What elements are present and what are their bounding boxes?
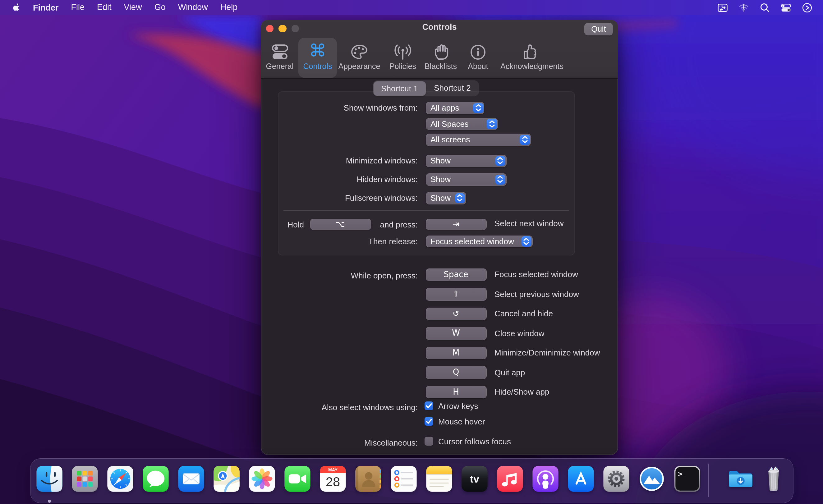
popup-then-release[interactable]: Focus selected window bbox=[426, 235, 532, 247]
dock-launchpad-icon[interactable] bbox=[71, 465, 98, 492]
keycap-press-key[interactable]: ⇥ bbox=[426, 218, 486, 230]
tab-shortcut-1[interactable]: Shortcut 1 bbox=[373, 81, 426, 96]
popup-minimized[interactable]: Show bbox=[426, 155, 506, 167]
action-cancel-hide: Cancel and hide bbox=[494, 309, 553, 318]
menu-item-file[interactable]: File bbox=[65, 0, 91, 15]
action-quit-app: Quit app bbox=[494, 368, 525, 377]
toolbar-tab-controls[interactable]: ⌘ Controls bbox=[298, 38, 337, 78]
label-minimized-windows: Minimized windows: bbox=[346, 155, 418, 167]
popup-screens[interactable]: All screens bbox=[426, 134, 531, 146]
popup-stepper-icon bbox=[473, 103, 483, 113]
dock-notes-icon[interactable] bbox=[426, 465, 453, 492]
calendar-month-text: MAY bbox=[328, 467, 338, 472]
checkbox-mouse-hover[interactable] bbox=[425, 417, 433, 426]
dock-maps-icon[interactable] bbox=[213, 465, 240, 492]
popup-hidden[interactable]: Show bbox=[426, 173, 506, 185]
tab-shortcut-2[interactable]: Shortcut 2 bbox=[426, 81, 479, 96]
dock-contacts-icon[interactable] bbox=[355, 465, 382, 492]
action-close-window: Close window bbox=[494, 328, 544, 338]
keycap-hold-modifier[interactable]: ⌥ bbox=[310, 218, 371, 230]
action-minimize: Minimize/Deminimize window bbox=[494, 348, 600, 357]
action-hide-show-app: Hide/Show app bbox=[494, 387, 549, 396]
dock-divider bbox=[708, 464, 709, 497]
dock-messages-icon[interactable] bbox=[142, 465, 169, 492]
thumbsup-icon bbox=[500, 38, 560, 60]
toolbar-tab-general[interactable]: General bbox=[256, 38, 303, 78]
keycap-w[interactable]: W bbox=[426, 327, 486, 340]
checkbox-label-cursor-follows-focus[interactable]: Cursor follows focus bbox=[438, 437, 511, 446]
checkbox-arrow-keys[interactable] bbox=[425, 401, 433, 410]
spotlight-search-icon[interactable] bbox=[760, 2, 770, 13]
dock-downloads-icon[interactable] bbox=[727, 465, 754, 492]
label-select-next-window: Select next window bbox=[494, 219, 564, 228]
menu-app-name[interactable]: Finder bbox=[27, 3, 65, 12]
wifi-warning-icon[interactable] bbox=[738, 2, 749, 13]
menu-item-go[interactable]: Go bbox=[148, 0, 172, 15]
section-divider bbox=[284, 210, 569, 210]
title-bar[interactable]: Controls Quit General ⌘ Controls bbox=[261, 20, 618, 78]
popup-show-windows-from[interactable]: All apps bbox=[426, 102, 484, 114]
dock-safari-icon[interactable] bbox=[107, 465, 134, 492]
checkbox-label-arrow-keys[interactable]: Arrow keys bbox=[438, 401, 478, 410]
toolbar-tab-acknowledgments[interactable]: Acknowledgments bbox=[500, 38, 560, 78]
popup-value: Focus selected window bbox=[426, 235, 521, 247]
keycap-m[interactable]: M bbox=[426, 346, 486, 359]
menu-item-view[interactable]: View bbox=[118, 0, 148, 15]
dock-alttab-icon[interactable] bbox=[638, 465, 665, 492]
menu-item-window[interactable]: Window bbox=[172, 0, 214, 15]
dock-mail-icon[interactable] bbox=[178, 465, 204, 492]
keycap-q[interactable]: Q bbox=[426, 366, 486, 379]
label-then-release: Then release: bbox=[368, 235, 418, 247]
label-and-press: and press: bbox=[380, 219, 418, 231]
finder-running-indicator bbox=[48, 500, 51, 503]
toolbar-label: Appearance bbox=[336, 63, 383, 71]
toggles-icon bbox=[256, 38, 303, 60]
apple-menu-icon[interactable] bbox=[12, 2, 21, 12]
dock-reminders-icon[interactable] bbox=[390, 465, 417, 492]
dock-music-icon[interactable] bbox=[497, 465, 523, 492]
dock-systempreferences-icon[interactable] bbox=[603, 465, 630, 492]
popup-fullscreen[interactable]: Show bbox=[426, 192, 466, 204]
checkbox-cursor-follows-focus[interactable] bbox=[425, 437, 433, 445]
label-show-windows-from: Show windows from: bbox=[344, 102, 418, 114]
popup-value: All Spaces bbox=[426, 118, 487, 130]
quit-button[interactable]: Quit bbox=[584, 23, 613, 35]
user-circle-icon[interactable] bbox=[802, 2, 812, 13]
dock-finder-icon[interactable] bbox=[36, 465, 63, 492]
keycap-space[interactable]: Space bbox=[426, 268, 486, 281]
label-hold: Hold bbox=[288, 219, 304, 231]
menu-item-edit[interactable]: Edit bbox=[91, 0, 118, 15]
command-icon: ⌘ bbox=[298, 38, 337, 60]
label-hidden-windows: Hidden windows: bbox=[356, 173, 418, 185]
toolbar-label: General bbox=[256, 63, 303, 71]
control-center-icon[interactable] bbox=[781, 2, 791, 13]
window-switcher-icon[interactable] bbox=[717, 2, 728, 13]
dock-terminal-icon[interactable]: >_ bbox=[674, 465, 700, 492]
terminal-prompt-text: >_ bbox=[678, 470, 686, 478]
action-select-previous: Select previous window bbox=[494, 289, 579, 299]
toolbar-label: Controls bbox=[298, 63, 337, 71]
menu-bar: Finder File Edit View Go Window Help bbox=[0, 0, 823, 15]
popup-stepper-icon bbox=[495, 156, 505, 166]
preferences-window: Controls Quit General ⌘ Controls bbox=[261, 20, 618, 455]
toolbar-tab-about[interactable]: About bbox=[454, 38, 502, 78]
keycap-escape[interactable]: ↺ bbox=[426, 307, 486, 320]
popup-spaces[interactable]: All Spaces bbox=[426, 118, 498, 130]
label-fullscreen-windows: Fullscreen windows: bbox=[345, 192, 418, 204]
toolbar-label: Acknowledgments bbox=[500, 63, 560, 71]
dock-tv-icon[interactable]: tv bbox=[461, 465, 488, 492]
label-while-open-press: While open, press: bbox=[351, 270, 418, 282]
toolbar-tab-appearance[interactable]: Appearance bbox=[336, 38, 383, 78]
dock-podcasts-icon[interactable] bbox=[532, 465, 559, 492]
dock-appstore-icon[interactable] bbox=[567, 465, 594, 492]
popup-value: All screens bbox=[426, 134, 520, 146]
dock-facetime-icon[interactable] bbox=[284, 465, 311, 492]
keycap-shift[interactable]: ⇧ bbox=[426, 288, 486, 301]
dock-photos-icon[interactable] bbox=[249, 465, 275, 492]
keycap-h[interactable]: H bbox=[426, 386, 486, 398]
dock-calendar-icon[interactable]: MAY 28 bbox=[320, 465, 346, 492]
checkbox-label-mouse-hover[interactable]: Mouse hover bbox=[438, 417, 485, 426]
menu-item-help[interactable]: Help bbox=[214, 0, 244, 15]
calendar-day-text: 28 bbox=[326, 474, 340, 489]
dock-trash-icon[interactable] bbox=[760, 465, 787, 492]
